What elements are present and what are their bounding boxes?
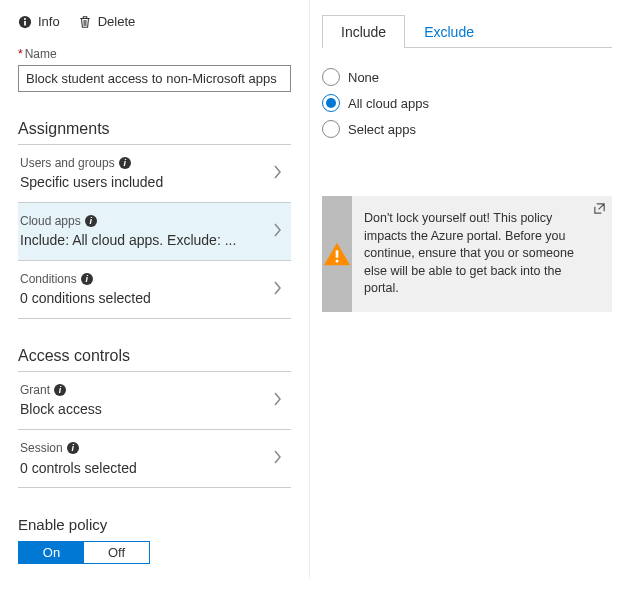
svg-rect-2	[24, 20, 26, 25]
enable-policy-toggle[interactable]: On Off	[18, 541, 150, 564]
radio-all-cloud-apps[interactable]: All cloud apps	[322, 90, 612, 116]
access-item-grant[interactable]: Granti Block access	[18, 372, 291, 430]
svg-rect-3	[336, 250, 339, 258]
chevron-right-icon	[269, 280, 287, 299]
delete-button[interactable]: Delete	[78, 14, 136, 29]
toggle-off[interactable]: Off	[84, 542, 149, 563]
chevron-right-icon	[269, 222, 287, 241]
chevron-right-icon	[269, 391, 287, 410]
assignments-item-users-and-groups[interactable]: Users and groupsi Specific users include…	[18, 145, 291, 203]
svg-point-1	[24, 17, 26, 19]
assignments-item-cloud-apps[interactable]: Cloud appsi Include: All cloud apps. Exc…	[18, 203, 291, 261]
open-external-icon[interactable]	[593, 202, 606, 218]
warning-alert: Don't lock yourself out! This policy imp…	[322, 196, 612, 312]
info-icon: i	[54, 384, 66, 396]
tab-exclude[interactable]: Exclude	[405, 15, 493, 48]
toggle-on[interactable]: On	[19, 542, 84, 563]
name-field-label: *Name	[18, 47, 291, 61]
delete-icon	[78, 15, 92, 29]
assignments-item-conditions[interactable]: Conditionsi 0 conditions selected	[18, 261, 291, 319]
tab-include[interactable]: Include	[322, 15, 405, 48]
enable-policy-label: Enable policy	[18, 516, 291, 533]
info-button[interactable]: Info	[18, 14, 60, 29]
warning-icon	[322, 239, 352, 269]
chevron-right-icon	[269, 449, 287, 468]
info-label: Info	[38, 14, 60, 29]
warning-text: Don't lock yourself out! This policy imp…	[364, 196, 612, 312]
radio-none[interactable]: None	[322, 64, 612, 90]
access-controls-header: Access controls	[18, 347, 291, 372]
access-item-session[interactable]: Sessioni 0 controls selected	[18, 430, 291, 488]
delete-label: Delete	[98, 14, 136, 29]
info-icon: i	[119, 157, 131, 169]
info-icon	[18, 15, 32, 29]
svg-point-4	[336, 259, 339, 262]
info-icon: i	[81, 273, 93, 285]
assignments-header: Assignments	[18, 120, 291, 145]
info-icon: i	[67, 442, 79, 454]
chevron-right-icon	[269, 164, 287, 183]
info-icon: i	[85, 215, 97, 227]
radio-select-apps[interactable]: Select apps	[322, 116, 612, 142]
policy-name-input[interactable]	[18, 65, 291, 92]
